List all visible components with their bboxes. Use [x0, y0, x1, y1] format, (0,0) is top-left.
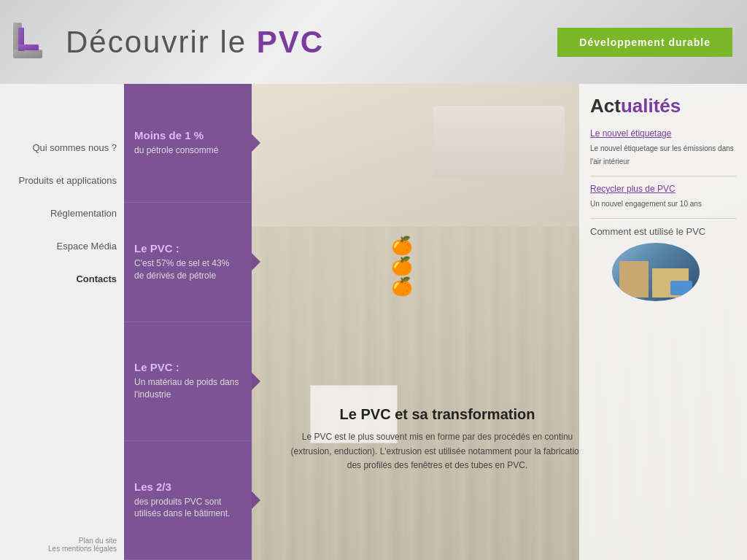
sidebar: Qui sommes nous ? Produits et applicatio…: [0, 84, 124, 560]
actu-desc-0: Le nouvel étiquetage sur les émissions d…: [590, 144, 734, 166]
actu-divider: [590, 176, 736, 176]
panel-title-0: Moins de 1 %: [134, 129, 241, 141]
svg-rect-1: [13, 50, 42, 58]
info-panel-1[interactable]: Le PVC : C'est 57% de sel et 43% de déri…: [124, 203, 252, 322]
panel-title-2: Le PVC :: [134, 361, 241, 373]
panel-body-2: Un matériau de poids dans l'industrie: [134, 376, 241, 401]
actu-item-0: Le nouvel étiquetage Le nouvel étiquetag…: [590, 128, 736, 167]
panel-title-3: Les 2/3: [134, 481, 241, 493]
pvc-transformation-block: Le PVC et sa transformation Le PVC est l…: [288, 406, 587, 472]
comment-pvc-label: Comment est utilisé le PVC: [590, 226, 736, 237]
transformation-desc: Le PVC est le plus souvent mis en forme …: [288, 430, 587, 472]
panel-arrow-1: [252, 253, 260, 271]
panel-title-1: Le PVC :: [134, 242, 241, 254]
info-panel-2[interactable]: Le PVC : Un matériau de poids dans l'ind…: [124, 322, 252, 441]
actu-link-1[interactable]: Recycler plus de PVC: [590, 184, 736, 194]
oranges-decoration: 🍊🍊🍊: [391, 236, 413, 297]
sidebar-footer: Plan du site Les mentions légales: [0, 529, 124, 560]
panel-arrow-3: [252, 491, 260, 509]
sidebar-item-contacts[interactable]: Contacts: [7, 273, 117, 284]
building-shape-1: [619, 261, 649, 298]
sidebar-item-reglementation[interactable]: Réglementation: [7, 208, 117, 219]
panel-body-0: du pétrole consommé: [134, 144, 241, 157]
panel-body-1: C'est 57% de sel et 43% de dérivés de pé…: [134, 257, 241, 282]
main-layout: Qui sommes nous ? Produits et applicatio…: [0, 84, 747, 560]
mentions-legales-link[interactable]: Les mentions légales: [7, 545, 117, 553]
panel-arrow-0: [252, 134, 260, 152]
info-panel-3[interactable]: Les 2/3 des produits PVC sont utilisés d…: [124, 441, 252, 560]
plan-du-site-link[interactable]: Plan du site: [7, 537, 117, 545]
pool-decoration: [670, 281, 692, 295]
bg-scene: 🍊🍊🍊 Le PVC et sa transformation Le PVC e…: [252, 84, 747, 560]
logo-icon: [7, 17, 58, 68]
actualites-title-ualites: ualités: [621, 95, 681, 117]
actualites-title: Actualités: [590, 95, 736, 117]
actu-divider-2: [590, 218, 736, 219]
header: Découvrir le PVC Développement durable: [0, 0, 747, 84]
content-area: 🍊🍊🍊 Le PVC et sa transformation Le PVC e…: [252, 84, 747, 560]
dev-durable-button[interactable]: Développement durable: [557, 28, 732, 57]
panel-arrow-2: [252, 373, 260, 390]
actu-link-0[interactable]: Le nouvel étiquetage: [590, 128, 736, 139]
sidebar-item-qui-sommes-nous[interactable]: Qui sommes nous ?: [7, 142, 117, 153]
info-panel-0[interactable]: Moins de 1 % du pétrole consommé: [124, 84, 252, 203]
sidebar-item-produits[interactable]: Produits et applications: [7, 175, 117, 186]
actualites-panel: Actualités Le nouvel étiquetage Le nouve…: [579, 84, 747, 560]
header-title: Découvrir le PVC: [66, 25, 324, 60]
sidebar-nav: Qui sommes nous ? Produits et applicatio…: [0, 142, 124, 284]
sofa-decoration: [433, 106, 565, 179]
actualites-title-act: Act: [590, 95, 621, 117]
building-illustration: [612, 243, 700, 301]
svg-rect-3: [18, 44, 39, 50]
transformation-title: Le PVC et sa transformation: [288, 406, 587, 423]
panel-body-3: des produits PVC sont utilisés dans le b…: [134, 496, 241, 521]
info-panels: Moins de 1 % du pétrole consommé Le PVC …: [124, 84, 252, 560]
actu-item-1: Recycler plus de PVC Un nouvel engagemen…: [590, 184, 736, 209]
logo-area: Découvrir le PVC: [7, 17, 324, 68]
actu-desc-1: Un nouvel engagement sur 10 ans: [590, 200, 702, 208]
sidebar-item-espace-media[interactable]: Espace Média: [7, 241, 117, 252]
